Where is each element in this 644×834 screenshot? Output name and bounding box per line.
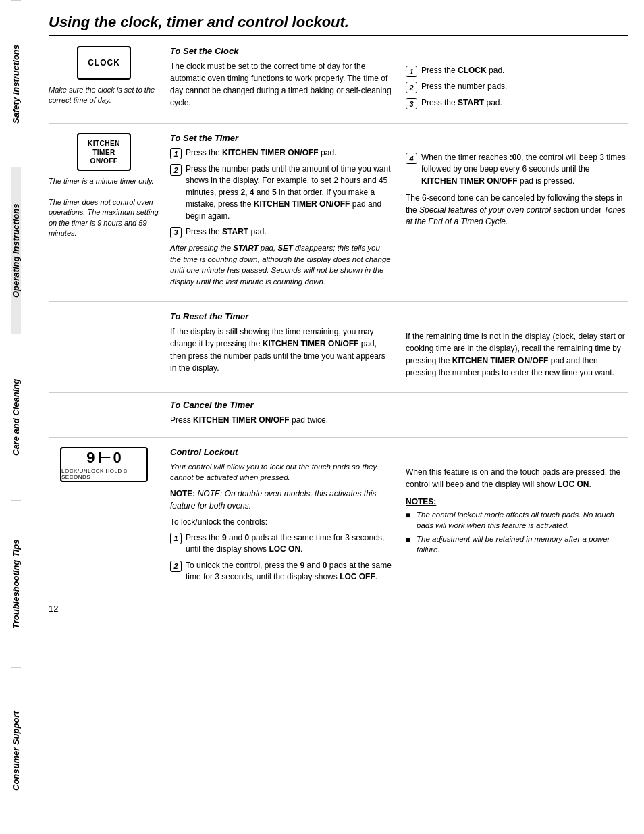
cancel-heading: To Cancel the Timer bbox=[170, 400, 628, 410]
lockout-step-2: 2 To unlock the control, press the 9 and… bbox=[170, 560, 392, 583]
clock-step-2: 2 Press the number pads. bbox=[406, 81, 628, 93]
cancel-section: To Cancel the Timer Press KITCHEN TIMER … bbox=[49, 393, 628, 438]
timer-section: KITCHEN TIMER ON/OFF The timer is a minu… bbox=[49, 124, 628, 302]
lockout-left-col: Control Lockout Your control will allow … bbox=[170, 447, 392, 588]
timer-step-1: 1 Press the KITCHEN TIMER ON/OFF pad. bbox=[170, 147, 392, 159]
reset-instructions: To Reset the Timer If the display is sti… bbox=[170, 311, 628, 383]
sidebar-item-operating: Operating Instructions bbox=[11, 167, 21, 334]
lockout-note-2: ■ The adjustment will be retained in mem… bbox=[406, 533, 628, 555]
clock-body: The clock must be set to the correct tim… bbox=[170, 60, 392, 109]
clock-image-area: CLOCK Make sure the clock is set to the … bbox=[49, 46, 170, 113]
lockout-step-1: 1 Press the 9 and 0 pads at the same tim… bbox=[170, 532, 392, 556]
clock-step-1: 1 Press the CLOCK pad. bbox=[406, 65, 628, 77]
timer-step-2: 2 Press the number pads until the amount… bbox=[170, 163, 392, 222]
reset-body-left: If the display is still showing the time… bbox=[170, 325, 392, 374]
clock-left-col: To Set the Clock The clock must be set t… bbox=[170, 46, 392, 113]
lockout-right-col: When this feature is on and the touch pa… bbox=[406, 447, 628, 588]
reset-left-col: To Reset the Timer If the display is sti… bbox=[170, 311, 392, 383]
timer-left-col: To Set the Timer 1 Press the KITCHEN TIM… bbox=[170, 133, 392, 292]
reset-body-right: If the remaining time is not in the disp… bbox=[406, 330, 628, 379]
clock-button-image: CLOCK bbox=[77, 46, 131, 80]
timer-right-col: 4 When the timer reaches :00, the contro… bbox=[406, 133, 628, 292]
reset-section: To Reset the Timer If the display is sti… bbox=[49, 302, 628, 393]
reset-left-spacer bbox=[49, 311, 170, 383]
clock-step-3: 3 Press the START pad. bbox=[406, 97, 628, 109]
lockout-section: 9 ⊢ 0 LOCK/UNLOCK HOLD 3 SECONDS Control… bbox=[49, 438, 628, 597]
sidebar-item-safety: Safety Instructions bbox=[11, 0, 21, 167]
timer-step-4: 4 When the timer reaches :00, the contro… bbox=[406, 152, 628, 187]
clock-heading: To Set the Clock bbox=[170, 46, 392, 56]
timer-image-area: KITCHEN TIMER ON/OFF The timer is a minu… bbox=[49, 133, 170, 292]
timer-heading: To Set the Timer bbox=[170, 133, 392, 143]
lockout-right-body: When this feature is on and the touch pa… bbox=[406, 466, 628, 490]
lockout-body: To lock/unlock the controls: bbox=[170, 516, 392, 528]
lockout-digits: 9 ⊢ 0 bbox=[86, 449, 122, 467]
clock-caption: Make sure the clock is set to the correc… bbox=[49, 85, 159, 106]
sidebar-item-care: Care and Cleaning bbox=[11, 334, 21, 500]
timer-step-3: 3 Press the START pad. bbox=[170, 226, 392, 238]
page-title: Using the clock, timer and control locko… bbox=[49, 14, 628, 36]
sidebar-item-troubleshooting: Troubleshooting Tips bbox=[11, 500, 21, 667]
cancel-body: Press KITCHEN TIMER ON/OFF pad twice. bbox=[170, 414, 628, 426]
timer-note-right: The 6-second tone can be canceled by fol… bbox=[406, 192, 628, 228]
reset-heading: To Reset the Timer bbox=[170, 311, 392, 321]
page-number: 12 bbox=[49, 604, 628, 614]
clock-right-col: 1 Press the CLOCK pad. 2 Press the numbe… bbox=[406, 46, 628, 113]
timer-instructions: To Set the Timer 1 Press the KITCHEN TIM… bbox=[170, 133, 628, 292]
timer-italic-note: After pressing the START pad, SET disapp… bbox=[170, 242, 392, 288]
sidebar: Safety Instructions Operating Instructio… bbox=[0, 0, 32, 834]
lockout-notes-label: NOTES: bbox=[406, 497, 628, 506]
lockout-heading: Control Lockout bbox=[170, 447, 392, 457]
lockout-image-area: 9 ⊢ 0 LOCK/UNLOCK HOLD 3 SECONDS bbox=[49, 447, 170, 488]
main-content: Using the clock, timer and control locko… bbox=[32, 0, 644, 834]
clock-section: CLOCK Make sure the clock is set to the … bbox=[49, 36, 628, 124]
lockout-label: LOCK/UNLOCK HOLD 3 SECONDS bbox=[61, 468, 146, 480]
lockout-instructions: Control Lockout Your control will allow … bbox=[170, 447, 628, 588]
timer-button-image: KITCHEN TIMER ON/OFF bbox=[77, 133, 131, 171]
lockout-button-image: 9 ⊢ 0 LOCK/UNLOCK HOLD 3 SECONDS bbox=[60, 447, 148, 482]
sidebar-item-consumer: Consumer Support bbox=[11, 667, 21, 834]
lockout-intro-italic: Your control will allow you to lock out … bbox=[170, 461, 392, 484]
lockout-note-1: ■ The control lockout mode affects all t… bbox=[406, 509, 628, 531]
lockout-note-intro: NOTE: NOTE: On double oven models, this … bbox=[170, 488, 392, 512]
timer-caption: The timer is a minute timer only. The ti… bbox=[49, 176, 159, 238]
reset-right-col: If the remaining time is not in the disp… bbox=[406, 311, 628, 383]
clock-instructions: To Set the Clock The clock must be set t… bbox=[170, 46, 628, 113]
